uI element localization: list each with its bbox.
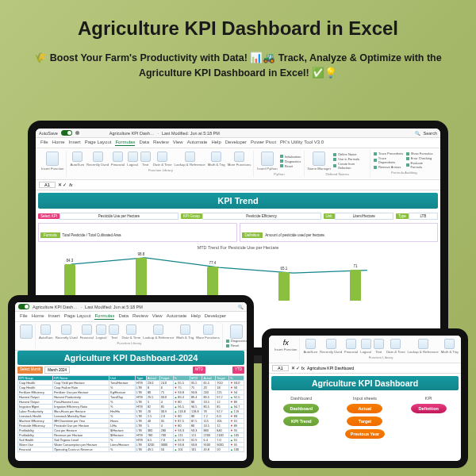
tab-view[interactable]: View: [152, 313, 163, 320]
autosum-icon[interactable]: [40, 324, 51, 335]
tab-home[interactable]: Home: [52, 140, 65, 146]
autosum-icon[interactable]: [72, 152, 83, 162]
search-label[interactable]: Search: [424, 131, 437, 136]
page-title: Agriculture KPI Dashboard in Excel: [0, 0, 476, 48]
select-month-label: Select Month: [17, 367, 43, 374]
tab-insert[interactable]: Insert: [69, 140, 81, 146]
formula-bar-content[interactable]: Agriculture KPI Dashboard: [307, 366, 354, 370]
ribbon-tabs: FileHomeInsertPage LayoutFormulasDataRev…: [36, 138, 440, 148]
insert-function-icon[interactable]: [20, 324, 33, 339]
tab-formulas[interactable]: Formulas: [94, 313, 114, 320]
tab-help[interactable]: Help: [190, 313, 200, 320]
titlebar: AutoSave Agriculture KPI Dash… · Last Mo…: [36, 129, 440, 138]
name-manager-icon[interactable]: [313, 152, 325, 166]
tab-file[interactable]: File: [20, 313, 28, 320]
date-time-icon[interactable]: [126, 324, 136, 335]
insert-python-icon[interactable]: [230, 324, 243, 339]
tab-review[interactable]: Review: [153, 140, 169, 146]
target-link[interactable]: Target: [347, 416, 382, 426]
math-trig-icon[interactable]: [180, 324, 190, 335]
insert-function-label: Insert Function: [41, 167, 63, 171]
col-input-title: Input sheets: [353, 396, 377, 401]
math-trig-icon[interactable]: [444, 339, 455, 349]
lookup-reference-icon[interactable]: [185, 152, 195, 162]
more-functions-icon[interactable]: [203, 324, 213, 335]
lookup-reference-icon[interactable]: [153, 324, 163, 335]
insert-python-icon[interactable]: [261, 152, 274, 166]
autosave-toggle[interactable]: [18, 304, 29, 309]
tab-data[interactable]: Data: [139, 140, 149, 146]
tab-home[interactable]: Home: [32, 313, 44, 320]
dashboard-link[interactable]: Dashboard: [283, 404, 319, 413]
ribbon-tabs: FileHomeInsertPage LayoutFormulasDataRev…: [15, 312, 247, 322]
autosum-icon[interactable]: [305, 339, 316, 349]
col-dashboard-title: Dashboard: [290, 396, 312, 401]
mtd-trend-chart: 84.398.877.465.171: [40, 253, 436, 301]
formula-auditing-label: Formula Auditing: [391, 171, 416, 175]
ribbon: Insert Function AutoSumRecently UsedFina…: [36, 148, 440, 180]
select-kpi-value[interactable]: Pesticide Use per Hectare: [60, 213, 178, 220]
tab-file[interactable]: File: [40, 140, 48, 146]
last-modified: Last Modified: Jun at 5:18 PM: [162, 131, 220, 136]
financial-icon[interactable]: [82, 324, 92, 335]
tab-view[interactable]: View: [173, 140, 183, 146]
insert-function-icon[interactable]: [46, 152, 59, 166]
tab-pk's-utility-tool-v3.0[interactable]: PK's Utility Tool V3.0: [280, 140, 324, 146]
definition-link[interactable]: Definition: [411, 404, 447, 413]
formula-value: Total Pesticide / Total Cultivated Area: [63, 233, 121, 237]
type-label: Type: [396, 213, 409, 219]
definition-value: Amount of pesticide used per hectare.: [265, 233, 325, 237]
recently-used-icon[interactable]: [326, 339, 336, 349]
tab-automate[interactable]: Automate: [187, 140, 208, 146]
bar-label: 77.4: [209, 261, 217, 265]
unit-label: Unit: [324, 213, 335, 219]
name-box[interactable]: A1: [39, 182, 56, 188]
tablet-left-mockup: Agriculture KPI Dash… · Last Modified: J…: [8, 295, 254, 468]
tab-page-layout[interactable]: Page Layout: [85, 140, 112, 146]
logical-icon[interactable]: [128, 152, 138, 162]
lookup-reference-icon[interactable]: [418, 339, 428, 349]
page-subtitle: 🌾 Boost Your Farm's Productivity with Da…: [0, 48, 476, 92]
bar-Feb: [136, 258, 147, 301]
function-library-label: Function Library: [148, 168, 173, 172]
fx-icon[interactable]: fx: [283, 339, 289, 347]
name-box[interactable]: A1: [272, 365, 289, 371]
select-kpi-label: Select KPI: [38, 213, 60, 219]
tab-formulas[interactable]: Formulas: [115, 140, 135, 146]
tab-developer[interactable]: Developer: [205, 313, 226, 320]
logical-icon[interactable]: [361, 339, 371, 349]
chart-title: MTD Trend For Pesticide Use per Hectare: [36, 244, 440, 251]
actual-link[interactable]: Actual: [347, 404, 382, 413]
recently-used-icon[interactable]: [61, 324, 71, 335]
tab-help[interactable]: Help: [211, 140, 221, 146]
kpi-data-table: KPI GroupKPI NameUnitTypeActualTarget%MT…: [17, 375, 244, 452]
bar-label: 65.1: [281, 267, 288, 271]
date-time-icon[interactable]: [157, 152, 167, 162]
recently-used-icon[interactable]: [93, 152, 103, 162]
tab-developer[interactable]: Developer: [225, 140, 247, 146]
select-month-value[interactable]: March 2024: [44, 367, 70, 374]
financial-icon[interactable]: [113, 152, 123, 162]
text-icon[interactable]: [374, 339, 384, 349]
math-trig-icon[interactable]: [211, 152, 221, 162]
logical-icon[interactable]: [96, 324, 106, 335]
kpi-trend-banner: KPI Trend: [38, 193, 438, 209]
financial-icon[interactable]: [346, 339, 356, 349]
more-functions-icon[interactable]: [234, 152, 244, 162]
bar-Apr: [278, 272, 290, 301]
tab-review[interactable]: Review: [132, 313, 148, 320]
text-icon[interactable]: [109, 324, 119, 335]
tab-insert[interactable]: Insert: [48, 313, 60, 320]
autosave-toggle[interactable]: [61, 130, 72, 136]
tab-page-layout[interactable]: Page Layout: [64, 313, 91, 320]
save-icon[interactable]: [75, 131, 79, 135]
date-time-icon[interactable]: [390, 339, 401, 349]
kpitrend-link[interactable]: KPI Trend: [283, 416, 319, 426]
tab-automate[interactable]: Automate: [167, 313, 187, 320]
text-icon[interactable]: [140, 152, 151, 162]
tab-data[interactable]: Data: [118, 313, 129, 320]
mtd-section-label: MTD: [193, 367, 205, 374]
prevyear-link[interactable]: Previous Year: [345, 429, 385, 439]
bar-May: [350, 270, 361, 301]
tab-power-pivot[interactable]: Power Pivot: [251, 140, 276, 146]
